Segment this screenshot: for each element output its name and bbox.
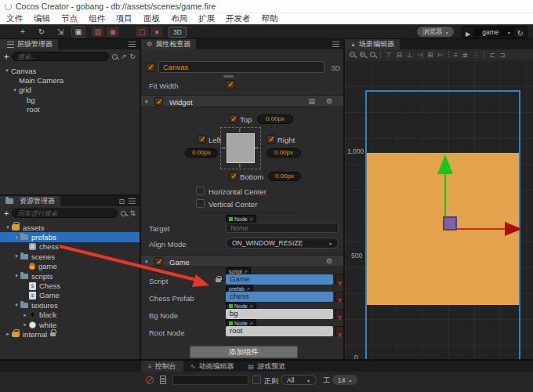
remove-reference-button[interactable] [335,274,343,285]
game-enabled-checkbox[interactable] [154,257,163,266]
reference-field[interactable]: root [226,326,333,336]
pivot-toggle-icon[interactable]: ▥ [91,26,105,38]
panel-menu-icon[interactable] [129,198,136,204]
scene-viewport[interactable]: 1,000 500 0 0 500 [345,60,533,359]
target-field[interactable]: None [226,223,339,233]
widget-right-value[interactable]: 0.00px [266,148,301,158]
scene-select-dropdown[interactable]: game [473,27,513,36]
widget-left-checkbox[interactable] [198,135,206,143]
distribute-left-icon[interactable]: ⊏ [489,51,495,59]
asset-row[interactable]: chess [0,242,140,252]
widget-top-value[interactable]: 0.00px [257,114,293,124]
log-level-dropdown[interactable]: All [281,375,317,385]
reference-field[interactable]: bg [226,309,333,319]
tab-game-preview[interactable]: ▤游戏预览 [241,361,292,372]
align-mode-dropdown[interactable]: ON_WINDOW_RESIZE [226,238,339,249]
rotation-toggle-icon[interactable]: ◉ [106,26,120,38]
distribute-top-icon[interactable]: ≡ [454,51,458,59]
asset-row[interactable]: Game [0,291,140,300]
panel-menu-icon[interactable] [129,42,136,47]
distribute-right-icon[interactable]: ⊐ [500,51,506,59]
play-button[interactable] [466,25,470,39]
game-section-header[interactable]: ▾ Game ⚙ [141,255,343,267]
tree-node-row[interactable]: root [0,105,140,114]
asset-row[interactable]: ▸internal [0,329,140,339]
asset-row[interactable]: Chess [0,281,140,290]
add-node-button[interactable]: + [4,53,9,60]
panel-settings-icon[interactable]: ⊡ [118,198,125,205]
asset-row[interactable]: ▾textures [0,300,140,310]
asset-row[interactable]: ▸black [0,310,140,320]
3d-mode-button[interactable]: 3D [169,27,187,38]
distribute-bottom-icon[interactable]: ⋮ [473,51,480,59]
expand-arrow-icon[interactable]: ▾ [11,87,19,93]
panel-menu-icon[interactable] [332,42,339,47]
refresh-button[interactable] [517,25,524,39]
add-asset-button[interactable]: + [4,209,9,217]
zoom-actual-icon[interactable] [370,52,375,57]
tree-node-row[interactable]: ▾grid [0,85,140,95]
asset-row[interactable]: game [0,262,140,271]
expand-arrow-icon[interactable]: ▾ [13,253,20,260]
menu-item[interactable]: 布局 [171,13,187,24]
assets-search-input[interactable] [12,209,118,218]
menu-item[interactable]: 开发者 [226,13,251,24]
align-top-icon[interactable]: ⊤ [386,51,391,59]
expand-arrow-icon[interactable]: ▸ [21,321,29,328]
x-axis-arrow-icon[interactable] [505,222,522,236]
remove-reference-button[interactable] [335,326,343,336]
reference-field[interactable]: Game [226,274,333,285]
refresh-icon[interactable]: ↻ [129,53,136,60]
fit-width-checkbox[interactable] [226,80,235,89]
tab-assets[interactable]: 资源管理器 [0,196,60,206]
node-name-field[interactable]: Canvas [158,61,325,73]
menu-item[interactable]: 节点 [61,13,78,24]
vertical-center-checkbox[interactable] [196,199,205,208]
tab-scene[interactable]: ▲ 场景编辑器 [345,39,400,49]
menu-item[interactable]: 组件 [89,13,105,24]
align-middle-icon[interactable]: ⊟ [396,51,401,59]
regex-checkbox[interactable] [252,376,261,384]
node-active-checkbox[interactable] [146,63,155,72]
menu-item[interactable]: 文件 [6,13,23,24]
font-size-dropdown[interactable]: 14 [332,375,357,385]
menu-item[interactable]: 扩展 [198,13,215,24]
expand-arrow-icon[interactable]: ▾ [13,302,20,308]
console-filter-input[interactable] [172,375,248,385]
remove-reference-button[interactable] [335,292,343,302]
widget-enabled-checkbox[interactable] [154,97,163,106]
asset-row[interactable]: ▾scripts [0,271,140,281]
gear-icon[interactable]: ⚙ [326,257,332,265]
tree-node-row[interactable]: Main Camera [0,75,140,85]
y-axis-arrow-icon[interactable] [437,154,453,174]
widget-bottom-checkbox[interactable] [229,172,237,180]
menu-item[interactable]: 面板 [143,13,160,24]
gear-icon[interactable]: ⚙ [326,97,332,105]
expand-arrow-icon[interactable]: ▸ [4,331,12,337]
menu-item[interactable]: 帮助 [262,13,278,24]
zoom-in-icon[interactable]: + [360,52,365,57]
expand-arrow-icon[interactable]: ▾ [4,224,12,230]
align-left-icon[interactable]: ⊣ [417,51,422,59]
collapse-arrow-icon[interactable]: ▾ [145,259,148,265]
expand-arrow-icon[interactable]: ▸ [21,312,29,318]
menu-item[interactable]: 编辑 [34,13,50,24]
expand-arrow-icon[interactable]: ▾ [13,273,20,279]
search-icon[interactable] [112,54,118,60]
add-component-button[interactable]: 添加组件 [190,346,298,358]
preview-target-dropdown[interactable]: 浏览器 [417,27,454,37]
collapse-arrow-icon[interactable]: ▾ [145,99,148,105]
widget-right-checkbox[interactable] [266,135,275,143]
rect-gizmo-toggle-icon[interactable]: ▢ [135,26,149,38]
collider-gizmo-toggle-icon[interactable]: ● [150,26,164,38]
asset-row[interactable]: ▾prefabs [0,232,140,241]
locate-icon[interactable]: ↗ [121,53,127,60]
move-tool-icon[interactable]: + [16,26,30,38]
align-center-icon[interactable]: ⊞ [427,51,433,59]
tab-animation[interactable]: ∿动画编辑器 [183,361,241,372]
asset-row[interactable]: ▾scenes [0,252,140,261]
tab-inspector[interactable]: ⚙ 属性检查器 [141,39,196,49]
asset-row[interactable]: ▾assets [0,223,140,232]
tab-hierarchy[interactable]: 层级管理器 [0,39,58,49]
expand-arrow-icon[interactable]: ▾ [13,234,20,241]
